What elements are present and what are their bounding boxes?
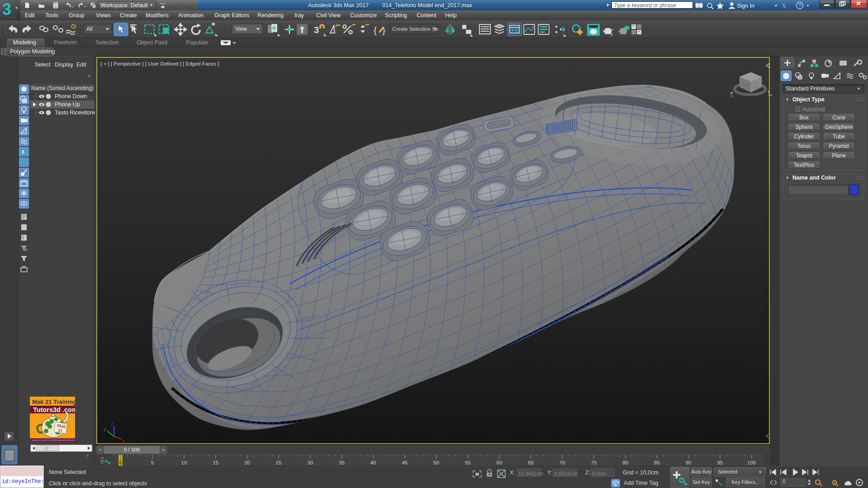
svg-text:35: 35 [339, 460, 345, 465]
svg-text:[ + ] [ Perspective ] [ User D: [ + ] [ Perspective ] [ User Defined ] [… [100, 61, 219, 66]
svg-text:21: 21 [58, 427, 63, 433]
svg-text:3: 3 [314, 25, 319, 35]
svg-text:Sign In: Sign In [737, 3, 754, 9]
svg-text:50: 50 [433, 460, 439, 465]
svg-text:100: 100 [747, 460, 756, 465]
svg-text:30: 30 [307, 460, 313, 465]
svg-text:}: } [382, 25, 385, 35]
svg-text:Mak 21 Training: Mak 21 Training [32, 398, 75, 405]
svg-text:View: View [235, 26, 247, 32]
svg-text:Tutors3d .com: Tutors3d .com [33, 406, 75, 413]
svg-text:MAX: MAX [8, 15, 16, 19]
svg-text:45: 45 [402, 460, 408, 465]
svg-text:Create Selection Se: Create Selection Se [392, 26, 438, 32]
svg-text:40: 40 [370, 460, 376, 465]
svg-text:All: All [86, 26, 92, 32]
svg-text:80: 80 [622, 460, 628, 465]
svg-text:55: 55 [465, 460, 471, 465]
svg-text:60: 60 [497, 460, 503, 465]
svg-text:85: 85 [654, 460, 660, 465]
svg-text:?: ? [798, 3, 801, 8]
svg-text:75: 75 [591, 460, 597, 465]
svg-text:95: 95 [717, 460, 723, 465]
svg-text:x: x [123, 439, 125, 443]
svg-text:z: z [111, 422, 114, 426]
svg-text:W: W [730, 94, 734, 98]
svg-text:y: y [104, 427, 106, 431]
svg-text:15: 15 [213, 460, 218, 465]
svg-text:25: 25 [276, 460, 282, 465]
svg-text:{: { [374, 25, 377, 35]
svg-text:20: 20 [244, 460, 250, 465]
svg-text:create by mak 21 certified ope: create by mak 21 certified operator bitr… [32, 439, 75, 441]
svg-text:90: 90 [686, 460, 692, 465]
svg-text:10: 10 [181, 460, 187, 465]
svg-text:70: 70 [560, 460, 565, 465]
svg-text:65: 65 [528, 460, 534, 465]
svg-text:X: X [782, 3, 786, 9]
svg-text:5: 5 [151, 460, 154, 465]
